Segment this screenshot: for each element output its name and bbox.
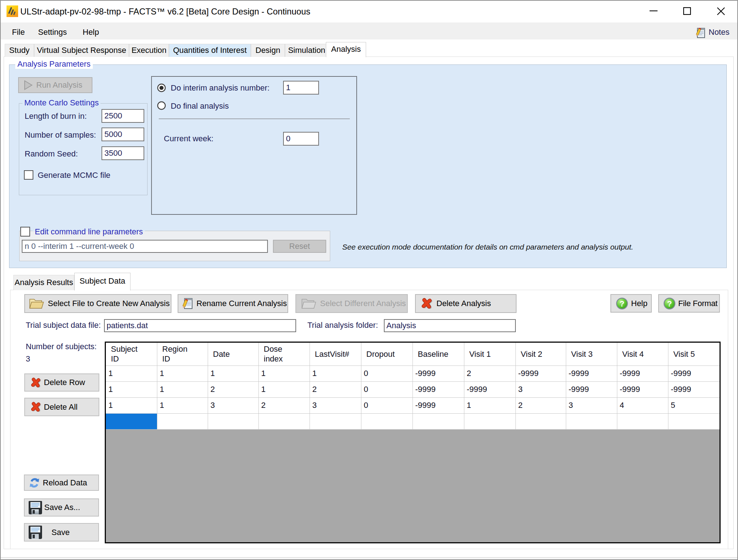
svg-text:?: ?	[667, 299, 672, 308]
svg-text:?: ?	[619, 299, 624, 308]
